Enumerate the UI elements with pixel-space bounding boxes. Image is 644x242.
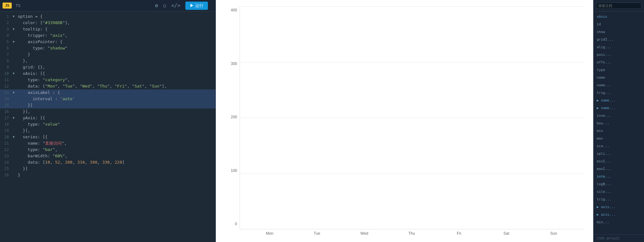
line-number: 12 [0, 83, 13, 89]
line-number: 19 [0, 128, 13, 134]
sidebar-item[interactable]: name... [594, 82, 644, 89]
fold-icon[interactable] [13, 121, 17, 128]
code-content: }, [17, 58, 216, 64]
fold-icon[interactable] [13, 58, 17, 64]
fold-icon[interactable] [13, 153, 17, 159]
sidebar-item[interactable]: ▶ name... [594, 97, 644, 104]
sidebar-item[interactable]: trig... [594, 89, 644, 97]
code-line: 8 }, [0, 58, 216, 64]
fold-icon[interactable] [13, 140, 17, 147]
fold-icon[interactable]: ▼ [13, 39, 17, 45]
sidebar-item[interactable]: alig... [594, 43, 644, 51]
code-line: 13▼ axisLabel : { [0, 89, 216, 96]
sidebar-item[interactable]: maxI... [594, 165, 644, 173]
sidebar-item[interactable]: sile... [594, 188, 644, 196]
sidebar-item[interactable]: xAxis [594, 13, 644, 21]
code-line: 15 }] [0, 102, 216, 108]
line-number: 7 [0, 51, 13, 58]
sidebar-item[interactable]: spli... [594, 150, 644, 158]
sidebar-item[interactable]: minI... [594, 158, 644, 165]
line-number: 3 [0, 26, 13, 32]
sidebar-item[interactable]: name [594, 74, 644, 82]
fold-icon[interactable] [13, 172, 17, 178]
chart-content: MonTueWedThuFriSatSun [240, 6, 584, 236]
sidebar-item[interactable]: ▶ name... [594, 104, 644, 112]
fold-icon[interactable] [13, 45, 17, 51]
sidebar-item[interactable]: id [594, 21, 644, 28]
fold-icon[interactable]: ▼ [13, 89, 17, 96]
sidebar-item[interactable]: bou... [594, 120, 644, 127]
run-button[interactable]: ▶ 运行 [185, 2, 208, 10]
search-input[interactable] [596, 3, 641, 9]
sidebar-item[interactable]: gridI... [594, 36, 644, 43]
fold-icon[interactable] [13, 77, 17, 83]
line-number: 9 [0, 64, 13, 70]
code-content: type: "value" [17, 121, 216, 128]
sidebar-item[interactable]: ▶ axis... [594, 203, 644, 211]
sidebar-item[interactable]: sca... [594, 142, 644, 150]
sidebar-item[interactable]: min [594, 127, 644, 135]
code-icon[interactable]: </> [171, 3, 180, 9]
x-axis-label: Sun [530, 231, 577, 236]
code-line: 4 trigger: "axis", [0, 32, 216, 39]
fold-icon[interactable] [13, 108, 17, 115]
fold-icon[interactable] [13, 20, 17, 26]
sidebar-footer: CSDN @kfep25 [594, 234, 644, 242]
code-content: trigger: "axis", [17, 32, 216, 39]
sidebar-item[interactable]: show [594, 28, 644, 36]
x-axis-label: Tue [293, 231, 341, 236]
sidebar-item[interactable]: logB... [594, 180, 644, 188]
sidebar-item[interactable]: min... [594, 219, 644, 226]
fold-icon[interactable]: ▼ [13, 13, 17, 20]
code-content: interval : 'auto' [17, 96, 216, 102]
fold-icon[interactable] [13, 64, 17, 70]
fold-icon[interactable] [13, 147, 17, 153]
line-number: 11 [0, 77, 13, 83]
y-axis-label: 0 [235, 222, 237, 226]
code-line: 19 }], [0, 128, 216, 134]
fold-icon[interactable] [13, 32, 17, 39]
line-number: 14 [0, 96, 13, 102]
sidebar-item[interactable]: inte... [594, 173, 644, 180]
fold-icon[interactable] [13, 159, 17, 166]
fold-icon[interactable] [13, 128, 17, 134]
code-content: }] [17, 166, 216, 172]
y-axis-label: 200 [231, 115, 237, 119]
line-number: 10 [0, 70, 13, 77]
sidebar-item[interactable]: max [594, 135, 644, 142]
fold-icon[interactable] [13, 51, 17, 58]
tab-js[interactable]: JS [3, 3, 12, 9]
code-content: tooltip: { [17, 26, 216, 32]
code-line: 17▼ yAxis: [{ [0, 115, 216, 121]
fold-icon[interactable] [13, 83, 17, 89]
x-axis-label: Mon [246, 231, 293, 236]
code-content: color: ["#3398DB"], [17, 20, 216, 26]
code-line: 14 interval : 'auto' [0, 96, 216, 102]
fold-icon[interactable] [13, 96, 17, 102]
code-content: type: "shadow" [17, 45, 216, 51]
code-line: 9 grid: {}, [0, 64, 216, 70]
code-content: } [17, 172, 216, 178]
fold-icon[interactable] [13, 102, 17, 108]
fold-icon[interactable] [13, 166, 17, 172]
line-number: 22 [0, 147, 13, 153]
sidebar-item[interactable]: type [594, 66, 644, 74]
sidebar-item[interactable]: offs... [594, 59, 644, 66]
line-number: 16 [0, 108, 13, 115]
code-content: }], [17, 108, 216, 115]
code-line: 23 barWidth: "60%", [0, 153, 216, 159]
tab-ts[interactable]: TS [13, 2, 23, 9]
settings-icon[interactable]: ⚙ [155, 3, 158, 9]
sidebar-item[interactable]: ▶ axis... [594, 211, 644, 219]
sidebar-item[interactable]: trig... [594, 196, 644, 203]
fold-icon[interactable]: ▼ [13, 26, 17, 32]
x-axis-label: Sat [483, 231, 530, 236]
sidebar-item[interactable]: inve... [594, 112, 644, 120]
fold-icon[interactable]: ▼ [13, 115, 17, 121]
fold-icon[interactable]: ▼ [13, 134, 17, 140]
code-line: 3▼ tooltip: { [0, 26, 216, 32]
box-icon[interactable]: ◻ [163, 3, 166, 9]
line-number: 13 [0, 89, 13, 96]
sidebar-item[interactable]: posi... [594, 51, 644, 59]
fold-icon[interactable]: ▼ [13, 70, 17, 77]
